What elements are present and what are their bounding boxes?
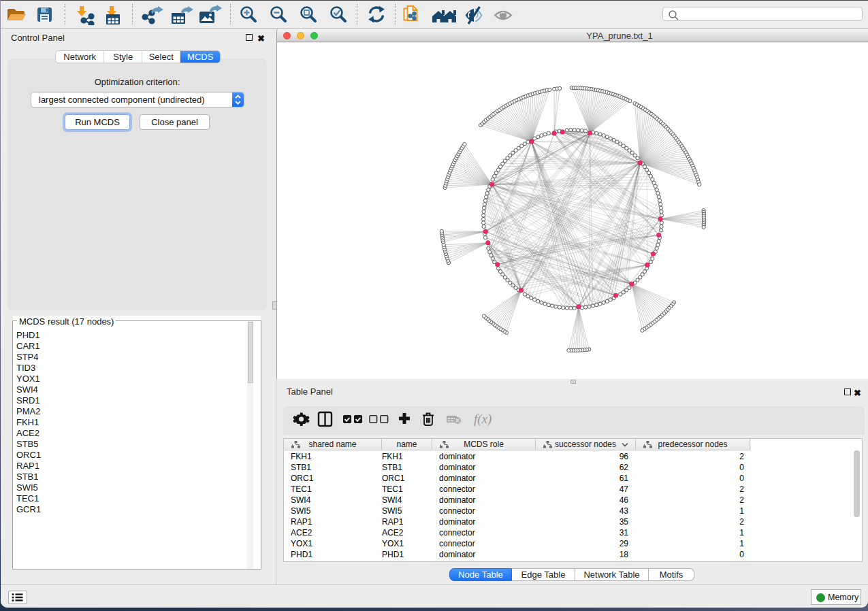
svg-text:f(x): f(x) (474, 412, 492, 427)
